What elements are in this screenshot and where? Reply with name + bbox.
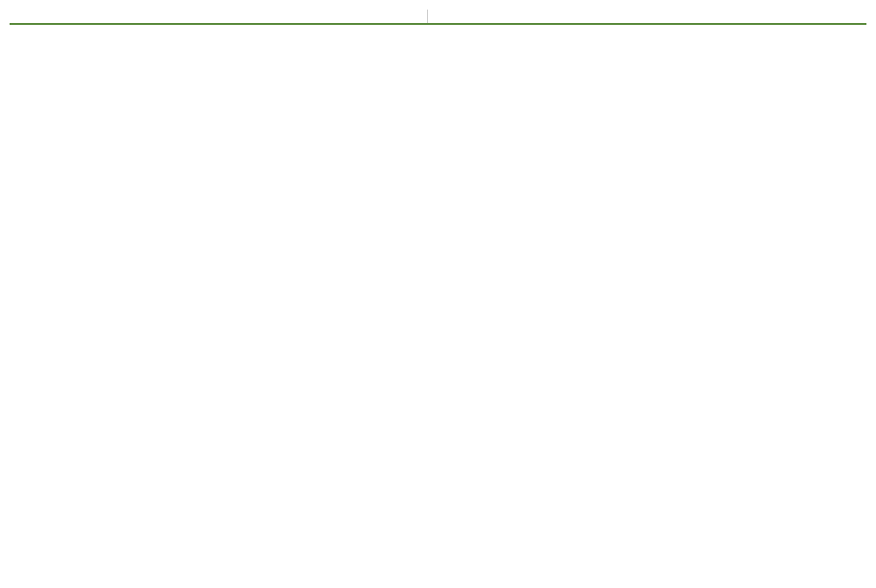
header-rank-top (10, 10, 56, 24)
header-pct-week-bottom (691, 10, 778, 24)
header-spend-bottom (604, 10, 691, 24)
header-city-bottom (495, 10, 604, 24)
header-spend-top (165, 10, 252, 24)
header-pct-week-top (253, 10, 340, 24)
header-rank-bottom (449, 10, 495, 24)
table-wrapper (10, 10, 866, 25)
divider-header (427, 10, 449, 24)
header-pct-summer-top (340, 10, 427, 24)
main-table (10, 10, 866, 25)
header-pct-summer-bottom (779, 10, 866, 24)
header-city-top (56, 10, 165, 24)
